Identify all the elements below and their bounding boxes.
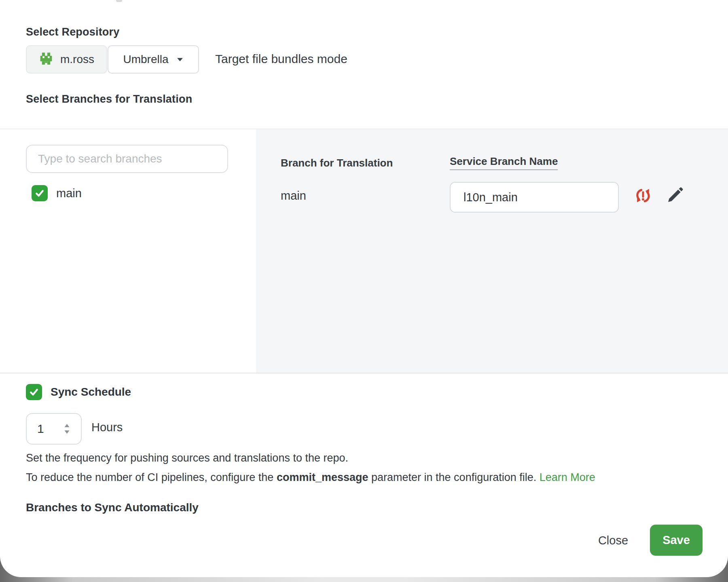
ci-note-prefix: To reduce the number of CI pipelines, co… [26, 471, 277, 483]
ci-note-param: commit_message [277, 471, 368, 483]
sync-interval-stepper[interactable]: 1 [26, 413, 82, 445]
sync-schedule-checkbox[interactable] [26, 384, 42, 400]
sync-interval-unit-label: Hours [91, 421, 123, 434]
target-mode-label: Target file bundles mode [215, 52, 347, 66]
repo-avatar-icon [39, 52, 53, 67]
branches-auto-heading: Branches to Sync Automatically [26, 500, 199, 514]
branch-mode-dropdown-value: Umbrella [123, 53, 168, 66]
close-button[interactable]: Close [585, 525, 641, 555]
branch-search-input[interactable] [26, 145, 228, 173]
learn-more-link[interactable]: Learn More [540, 471, 595, 483]
ci-pipelines-note: To reduce the number of CI pipelines, co… [26, 471, 595, 484]
edit-pencil-icon[interactable] [665, 186, 685, 205]
repository-button[interactable]: m.ross [26, 45, 107, 74]
table-row-branch-name: main [281, 189, 306, 202]
ci-note-suffix: parameter in the configuration file. [368, 471, 540, 483]
repo-sync-settings-modal: Select Repository m.ross Umbrella [0, 0, 728, 577]
service-branch-name-input[interactable] [450, 182, 619, 213]
repository-button-label: m.ross [60, 53, 94, 66]
branch-mode-dropdown[interactable]: Umbrella [108, 45, 199, 74]
chevron-down-icon [176, 57, 184, 62]
branch-checkbox-label: main [56, 187, 82, 200]
scrolled-content-remnant [116, 0, 122, 2]
frequency-note: Set the frequency for pushing sources an… [26, 452, 348, 464]
branch-list-item-main[interactable]: main [32, 185, 82, 201]
select-branches-heading: Select Branches for Translation [26, 93, 192, 105]
sync-interval-value: 1 [37, 422, 44, 436]
up-down-arrows-icon[interactable] [63, 423, 70, 434]
sync-schedule-label: Sync Schedule [51, 386, 131, 399]
select-repository-heading: Select Repository [26, 26, 119, 38]
column-header-service-branch[interactable]: Service Branch Name [450, 155, 558, 170]
checkmark-icon [28, 386, 40, 398]
branches-auto-heading-clip: Branches to Sync Automatically [26, 500, 199, 514]
branch-checkbox[interactable] [32, 185, 48, 201]
column-header-branch: Branch for Translation [281, 157, 393, 169]
checkmark-icon [34, 188, 45, 199]
sync-error-icon[interactable] [633, 186, 653, 205]
service-branch-panel: Branch for Translation Service Branch Na… [256, 129, 728, 373]
branches-split-section: Branch for Translation Service Branch Na… [0, 129, 728, 373]
save-button[interactable]: Save [650, 525, 703, 556]
sync-schedule-toggle[interactable]: Sync Schedule [26, 384, 131, 400]
